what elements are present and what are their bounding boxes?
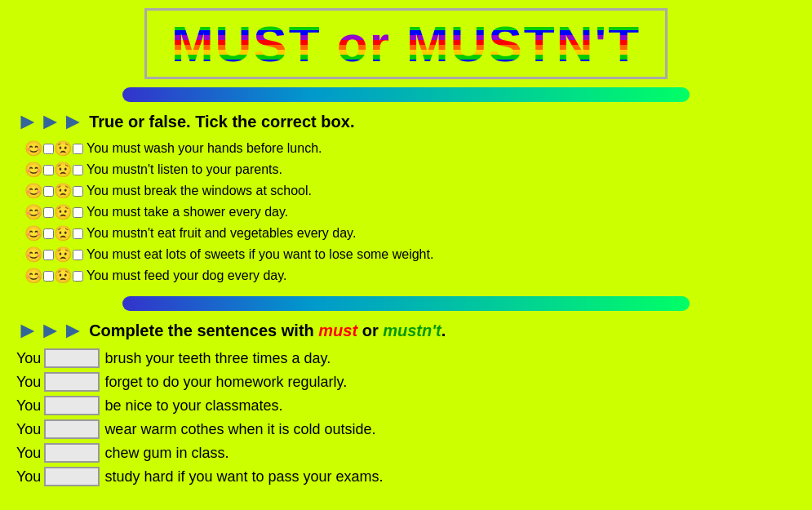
fillin-rest-3: be nice to your classmates.: [104, 397, 282, 415]
true-checkbox-3[interactable]: [43, 186, 54, 197]
fillin-label-6: You: [16, 468, 41, 486]
list-item: You study hard if you want to pass your …: [16, 467, 796, 486]
fillin-input-6[interactable]: [44, 467, 100, 486]
table-row: 😊 😟 You must break the windows at school…: [24, 182, 796, 200]
row-text-2: You mustn't listen to your parents.: [87, 162, 282, 177]
sad-emoji: 😟: [54, 140, 72, 157]
emoji-group: 😊 😟: [24, 182, 83, 200]
fillin-section: You brush your teeth three times a day. …: [16, 348, 796, 486]
emoji-group: 😊 😟: [24, 267, 83, 285]
true-checkbox-4[interactable]: [43, 207, 54, 218]
table-row: 😊 😟 You must wash your hands before lunc…: [24, 140, 796, 157]
fillin-input-4[interactable]: [44, 419, 100, 439]
sad-emoji: 😟: [54, 161, 72, 179]
fillin-rest-6: study hard if you want to pass your exam…: [104, 468, 383, 486]
fillin-rest-1: brush your teeth three times a day.: [104, 350, 331, 367]
fillin-input-2[interactable]: [44, 372, 100, 392]
emoji-group: 😊 😟: [24, 246, 83, 264]
emoji-group: 😊 😟: [24, 224, 83, 242]
true-checkbox-5[interactable]: [43, 228, 54, 239]
false-checkbox-2[interactable]: [73, 165, 83, 175]
must-word: must: [318, 322, 357, 339]
sad-emoji: 😟: [54, 224, 72, 242]
or-word: or: [357, 322, 383, 339]
happy-emoji: 😊: [24, 182, 42, 200]
false-checkbox-4[interactable]: [73, 207, 83, 218]
list-item: You brush your teeth three times a day.: [16, 348, 796, 368]
arrow-icon-2: ►►►: [16, 317, 84, 344]
section1-header: ►►► True or false. Tick the correct box.: [16, 109, 796, 135]
happy-emoji: 😊: [24, 246, 42, 264]
gradient-bar-2: [122, 296, 690, 311]
fillin-label-5: You: [16, 445, 41, 462]
list-item: You be nice to your classmates.: [16, 396, 796, 415]
fillin-input-1[interactable]: [44, 348, 100, 368]
false-checkbox-7[interactable]: [73, 271, 83, 282]
fillin-label-2: You: [16, 374, 41, 391]
section2-header: ►►► Complete the sentences with must or …: [16, 317, 796, 344]
sad-emoji: 😟: [54, 267, 72, 285]
table-row: 😊 😟 You must feed your dog every day.: [24, 267, 796, 285]
fillin-input-3[interactable]: [44, 396, 100, 415]
row-text-4: You must take a shower every day.: [87, 205, 288, 220]
fillin-rest-5: chew gum in class.: [104, 445, 229, 462]
emoji-group: 😊 😟: [24, 140, 83, 157]
row-text-5: You mustn't eat fruit and vegetables eve…: [87, 226, 356, 241]
arrow-icon-1: ►►►: [16, 109, 84, 135]
table-row: 😊 😟 You must eat lots of sweets if you w…: [24, 246, 796, 264]
row-text-1: You must wash your hands before lunch.: [87, 141, 322, 156]
happy-emoji: 😊: [24, 161, 42, 179]
fillin-label-4: You: [16, 421, 41, 438]
sad-emoji: 😟: [54, 203, 72, 221]
section2-header-text: Complete the sentences with must or must…: [89, 322, 446, 340]
happy-emoji: 😊: [24, 203, 42, 221]
row-text-7: You must feed your dog every day.: [87, 268, 286, 283]
checkbox-section: 😊 😟 You must wash your hands before lunc…: [24, 140, 796, 285]
table-row: 😊 😟 You mustn't listen to your parents.: [24, 161, 796, 179]
section1-header-text: True or false. Tick the correct box.: [89, 113, 354, 131]
fillin-label-1: You: [16, 350, 41, 367]
page-title: MUST or MUSTN'T: [144, 8, 668, 79]
true-checkbox-6[interactable]: [43, 250, 54, 260]
happy-emoji: 😊: [24, 224, 42, 242]
table-row: 😊 😟 You mustn't eat fruit and vegetables…: [24, 224, 796, 242]
page-wrapper: MUST or MUSTN'T ►►► True or false. Tick …: [0, 0, 812, 499]
sad-emoji: 😟: [54, 182, 72, 200]
fillin-rest-4: wear warm cothes when it is cold outside…: [104, 421, 375, 438]
mustnt-word: mustn't: [383, 322, 441, 339]
fillin-label-3: You: [16, 397, 41, 415]
happy-emoji: 😊: [24, 140, 42, 157]
emoji-group: 😊 😟: [24, 203, 83, 221]
row-text-6: You must eat lots of sweets if you want …: [87, 247, 433, 262]
fillin-input-5[interactable]: [44, 443, 100, 463]
section2-before: Complete the sentences with: [89, 322, 318, 339]
table-row: 😊 😟 You must take a shower every day.: [24, 203, 796, 221]
fillin-rest-2: forget to do your homework regularly.: [104, 374, 347, 391]
true-checkbox-1[interactable]: [43, 144, 54, 154]
true-checkbox-7[interactable]: [43, 271, 54, 282]
gradient-bar-1: [122, 87, 690, 102]
emoji-group: 😊 😟: [24, 161, 83, 179]
list-item: You wear warm cothes when it is cold out…: [16, 419, 796, 439]
false-checkbox-1[interactable]: [73, 144, 83, 154]
false-checkbox-5[interactable]: [73, 228, 83, 239]
list-item: You forget to do your homework regularly…: [16, 372, 796, 392]
section2-after: .: [441, 322, 446, 339]
true-checkbox-2[interactable]: [43, 165, 54, 175]
happy-emoji: 😊: [24, 267, 42, 285]
row-text-3: You must break the windows at school.: [87, 184, 312, 198]
false-checkbox-3[interactable]: [73, 186, 83, 197]
title-container: MUST or MUSTN'T: [16, 8, 796, 79]
false-checkbox-6[interactable]: [73, 250, 83, 260]
sad-emoji: 😟: [54, 246, 72, 264]
list-item: You chew gum in class.: [16, 443, 796, 463]
